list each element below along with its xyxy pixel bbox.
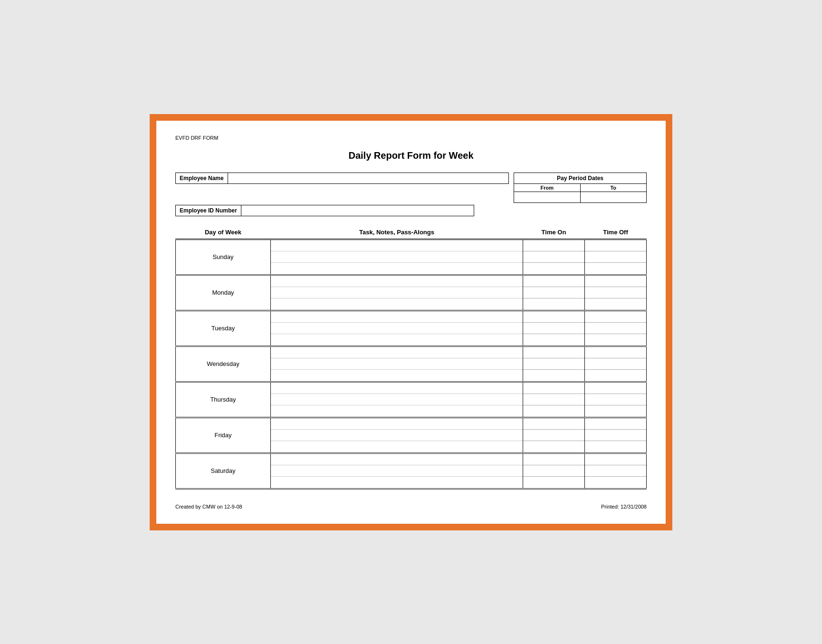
time-on-cell[interactable]	[523, 453, 585, 489]
table-row: Friday	[176, 417, 647, 453]
time-off-cell[interactable]	[585, 417, 647, 453]
employee-name-label: Employee Name	[175, 173, 228, 184]
time-off-cell[interactable]	[585, 239, 647, 275]
form-title: Daily Report Form for Week	[175, 150, 647, 161]
table-row: Tuesday	[176, 310, 647, 346]
tasks-cell[interactable]	[271, 382, 523, 417]
time-on-cell[interactable]	[523, 275, 585, 310]
table-row: Thursday	[176, 382, 647, 417]
time-on-cell[interactable]	[523, 417, 585, 453]
from-label: From	[514, 184, 581, 192]
time-off-cell[interactable]	[585, 346, 647, 382]
day-cell-wendesday: Wendesday	[176, 346, 271, 382]
tasks-cell[interactable]	[271, 239, 523, 275]
inner-page: EVFD DRF FORM Daily Report Form for Week…	[155, 120, 667, 525]
day-cell-monday: Monday	[176, 275, 271, 310]
table-row: Saturday	[176, 453, 647, 489]
col-header-time-off: Time Off	[585, 226, 647, 240]
time-off-cell[interactable]	[585, 382, 647, 417]
day-cell-saturday: Saturday	[176, 453, 271, 489]
employee-id-input[interactable]	[241, 205, 474, 216]
pay-period-to-input[interactable]	[581, 192, 647, 202]
outer-border: EVFD DRF FORM Daily Report Form for Week…	[150, 114, 672, 530]
time-on-cell[interactable]	[523, 239, 585, 275]
table-row: Wendesday	[176, 346, 647, 382]
employee-id-row: Employee ID Number	[175, 205, 647, 216]
time-off-cell[interactable]	[585, 310, 647, 346]
col-header-time-on: Time On	[523, 226, 585, 240]
to-label: To	[581, 184, 647, 192]
day-cell-thursday: Thursday	[176, 382, 271, 417]
time-on-cell[interactable]	[523, 382, 585, 417]
employee-name-row: Employee Name	[175, 173, 509, 184]
pay-period-title: Pay Period Dates	[514, 173, 646, 184]
time-on-cell[interactable]	[523, 310, 585, 346]
pay-period-from-input[interactable]	[514, 192, 581, 202]
employee-name-input[interactable]	[228, 173, 509, 184]
time-off-cell[interactable]	[585, 453, 647, 489]
day-cell-friday: Friday	[176, 417, 271, 453]
time-on-cell[interactable]	[523, 346, 585, 382]
tasks-cell[interactable]	[271, 310, 523, 346]
pay-period-subheaders: From To	[514, 184, 646, 192]
form-header-label: EVFD DRF FORM	[175, 135, 647, 141]
col-header-tasks: Task, Notes, Pass-Alongs	[271, 226, 523, 240]
tasks-cell[interactable]	[271, 346, 523, 382]
time-off-cell[interactable]	[585, 275, 647, 310]
table-row: Sunday	[176, 239, 647, 275]
day-cell-sunday: Sunday	[176, 239, 271, 275]
table-row: Monday	[176, 275, 647, 310]
tasks-cell[interactable]	[271, 417, 523, 453]
footer-section: Created by CMW on 12-9-08 Printed: 12/31…	[175, 504, 647, 509]
table-header-row: Day of Week Task, Notes, Pass-Alongs Tim…	[176, 226, 647, 240]
employee-id-label: Employee ID Number	[175, 205, 241, 216]
tasks-cell[interactable]	[271, 275, 523, 310]
footer-left: Created by CMW on 12-9-08	[175, 504, 242, 509]
footer-right: Printed: 12/31/2008	[601, 504, 647, 509]
pay-period-box: Pay Period Dates From To	[514, 173, 647, 203]
pay-period-inputs	[514, 192, 646, 202]
main-table: Day of Week Task, Notes, Pass-Alongs Tim…	[175, 226, 647, 490]
col-header-day: Day of Week	[176, 226, 271, 240]
day-cell-tuesday: Tuesday	[176, 310, 271, 346]
tasks-cell[interactable]	[271, 453, 523, 489]
